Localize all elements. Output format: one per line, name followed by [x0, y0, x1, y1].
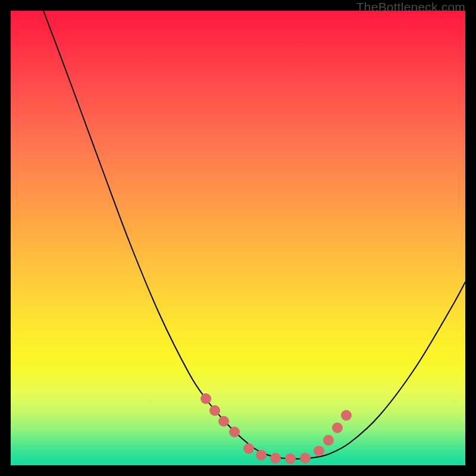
marker-dot [270, 453, 281, 464]
marker-dot [256, 450, 267, 461]
chart-frame: TheBottleneck.com [0, 0, 476, 476]
watermark-text: TheBottleneck.com [356, 0, 465, 14]
chart-svg [11, 11, 465, 465]
curve-path-group [43, 11, 465, 459]
marker-dot [218, 416, 229, 427]
marker-dot [323, 435, 334, 446]
marker-dot [314, 446, 324, 456]
marker-dot [209, 405, 220, 416]
marker-dot [332, 422, 343, 433]
plot-area [11, 11, 465, 465]
marker-dot [243, 443, 254, 454]
marker-dot [341, 410, 352, 421]
marker-dot [285, 453, 296, 464]
marker-dot [229, 427, 240, 437]
curve-path [43, 11, 465, 459]
marker-dot [300, 453, 311, 464]
marker-dot [201, 393, 211, 404]
